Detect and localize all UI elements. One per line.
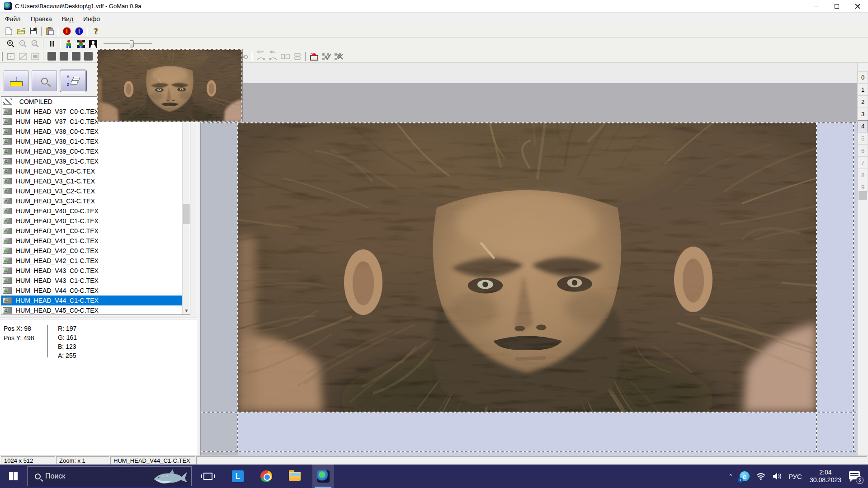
mip-level-0[interactable]: 0 — [858, 71, 868, 84]
goman-taskbar-icon — [317, 470, 330, 483]
list-item[interactable]: HUM_HEAD_V3_C0-C.TEX — [1, 166, 190, 176]
help-button[interactable]: ? — [90, 26, 102, 37]
list-item[interactable]: HUM_HEAD_V44_C1-C.TEX — [1, 296, 182, 305]
new-file-button[interactable] — [3, 26, 15, 37]
mip-level-8[interactable]: 8 — [858, 169, 868, 181]
task-view-button[interactable] — [197, 465, 219, 488]
zoom-slider[interactable] — [104, 39, 152, 48]
maximize-button[interactable] — [826, 0, 847, 13]
menu-edit[interactable]: Правка — [25, 13, 57, 25]
mip-scroll-thumb[interactable] — [859, 191, 867, 200]
mip-level-7[interactable]: 7 — [858, 157, 868, 169]
mip-level-3[interactable]: 3 — [858, 108, 868, 120]
taskbar-app-goman[interactable] — [312, 465, 334, 488]
texture-icon — [3, 128, 12, 135]
scrollbar-thumb[interactable] — [183, 204, 190, 224]
list-item[interactable]: HUM_HEAD_V40_C0-C.TEX — [1, 206, 190, 216]
mirror-horizontal-button[interactable] — [279, 51, 291, 62]
select-diagonal-button[interactable] — [17, 51, 29, 62]
list-item[interactable]: HUM_HEAD_V42_C0-C.TEX — [1, 246, 190, 256]
list-item[interactable]: HUM_HEAD_V39_C1-C.TEX — [1, 156, 190, 166]
sort-az-button[interactable]: A⋮Z — [61, 70, 86, 91]
list-item[interactable]: HUM_HEAD_V3_C2-C.TEX — [1, 186, 190, 196]
texture-canvas[interactable] — [201, 63, 857, 455]
rotate-90-plus-button[interactable]: 90+ — [255, 51, 267, 62]
menu-info[interactable]: Инфо — [78, 13, 105, 25]
scroll-down-icon[interactable]: ▼ — [183, 307, 190, 314]
resize-height-button[interactable]: ↕ — [4, 70, 29, 91]
list-item[interactable]: HUM_HEAD_V40_C1-C.TEX — [1, 216, 190, 226]
taskbar-app-l[interactable]: L — [227, 465, 249, 488]
status-size: 1024 x 512 — [1, 456, 55, 465]
mip-level-5[interactable]: 5 — [858, 132, 868, 145]
status-zoom: Zoom: x 1 — [56, 456, 109, 465]
mip-level-1[interactable]: 1 — [858, 84, 868, 96]
info-blue-button[interactable]: i — [73, 26, 85, 37]
mip-level-6[interactable]: 6 — [858, 145, 868, 157]
swatch-3[interactable] — [72, 52, 80, 61]
model-silhouette-button[interactable] — [87, 38, 99, 49]
list-item[interactable]: HUM_HEAD_V38_C0-C.TEX — [1, 127, 190, 136]
list-item[interactable]: HUM_HEAD_V43_C0-C.TEX — [1, 266, 190, 276]
magnify-button[interactable] — [32, 70, 57, 91]
list-item[interactable]: HUM_HEAD_V3_C3-C.TEX — [1, 196, 190, 206]
wifi-button[interactable] — [753, 465, 769, 488]
list-item[interactable]: HUM_HEAD_V41_C1-C.TEX — [1, 236, 190, 246]
menu-file[interactable]: Файл — [0, 13, 25, 25]
texture-file-list[interactable]: _COMPILEDHUM_HEAD_V37_C0-C.TEXHUM_HEAD_V… — [1, 96, 190, 315]
info-red-button[interactable]: i — [61, 26, 73, 37]
hidden-icons-button[interactable]: ⌃ — [725, 465, 736, 488]
texture-icon — [3, 228, 12, 234]
discard-mask-button[interactable] — [332, 51, 344, 62]
mip-level-2[interactable]: 2 — [858, 96, 868, 108]
file-name: _COMPILED — [14, 98, 54, 105]
model-alpha-preview-button[interactable] — [75, 38, 87, 49]
export-red-icon — [310, 52, 319, 61]
volume-button[interactable] — [769, 465, 785, 488]
zoom-reset-button[interactable] — [29, 38, 41, 49]
list-item[interactable]: HUM_HEAD_V42_C1-C.TEX — [1, 256, 190, 266]
rotate-90-minus-button[interactable]: 90- — [267, 51, 279, 62]
taskbar-search[interactable]: Поиск — [27, 466, 192, 486]
minimize-button[interactable] — [806, 0, 826, 13]
taskbar-app-chrome[interactable] — [255, 465, 277, 488]
pause-button[interactable] — [46, 38, 58, 49]
texture-image[interactable] — [238, 123, 816, 412]
apply-mask-button[interactable] — [320, 51, 332, 62]
zoom-out-button[interactable] — [17, 38, 29, 49]
select-rect-button[interactable] — [5, 51, 17, 62]
list-item[interactable]: HUM_HEAD_V43_C1-C.TEX — [1, 276, 190, 286]
action-center-button[interactable]: 3 — [846, 465, 868, 488]
menu-view[interactable]: Вид — [57, 13, 78, 25]
list-item[interactable]: HUM_HEAD_V45_C0-C.TEX — [1, 305, 190, 315]
swatch-2[interactable] — [60, 52, 68, 61]
language-indicator[interactable]: РУС — [785, 465, 805, 488]
open-file-button[interactable] — [15, 26, 27, 37]
clock[interactable]: 2:04 30.08.2023 — [805, 465, 846, 488]
swatch-4[interactable] — [84, 52, 93, 61]
select-fill-button[interactable] — [29, 51, 41, 62]
list-item[interactable]: HUM_HEAD_V41_C0-C.TEX — [1, 226, 190, 236]
l-app-icon: L — [232, 470, 244, 482]
toolbar-grip[interactable] — [1, 52, 3, 61]
mip-level-4[interactable]: 4 — [858, 120, 868, 132]
zoom-slider-thumb[interactable] — [130, 40, 134, 47]
mirror-vertical-button[interactable] — [291, 51, 303, 62]
swatch-1[interactable] — [47, 52, 56, 61]
taskbar-app-explorer[interactable] — [284, 465, 306, 488]
list-item[interactable]: HUM_HEAD_V44_C0-C.TEX — [1, 286, 190, 296]
edge-tray-button[interactable]: ei — [736, 465, 753, 488]
paste-button[interactable] — [44, 26, 56, 37]
close-button[interactable] — [847, 0, 868, 13]
list-item[interactable]: HUM_HEAD_V38_C1-C.TEX — [1, 136, 190, 146]
list-item[interactable]: HUM_HEAD_V3_C1-C.TEX — [1, 176, 190, 186]
list-item[interactable]: HUM_HEAD_V39_C0-C.TEX — [1, 146, 190, 156]
start-button[interactable] — [0, 465, 27, 488]
save-button[interactable] — [27, 26, 39, 37]
zoom-in-button[interactable] — [5, 38, 17, 49]
texture-preview-thumbnail[interactable] — [97, 49, 243, 122]
list-scrollbar[interactable]: ▲ ▼ — [182, 97, 190, 314]
paste-clipboard-icon — [46, 27, 54, 35]
export-button[interactable] — [308, 51, 320, 62]
model-preview-button[interactable] — [62, 38, 75, 49]
